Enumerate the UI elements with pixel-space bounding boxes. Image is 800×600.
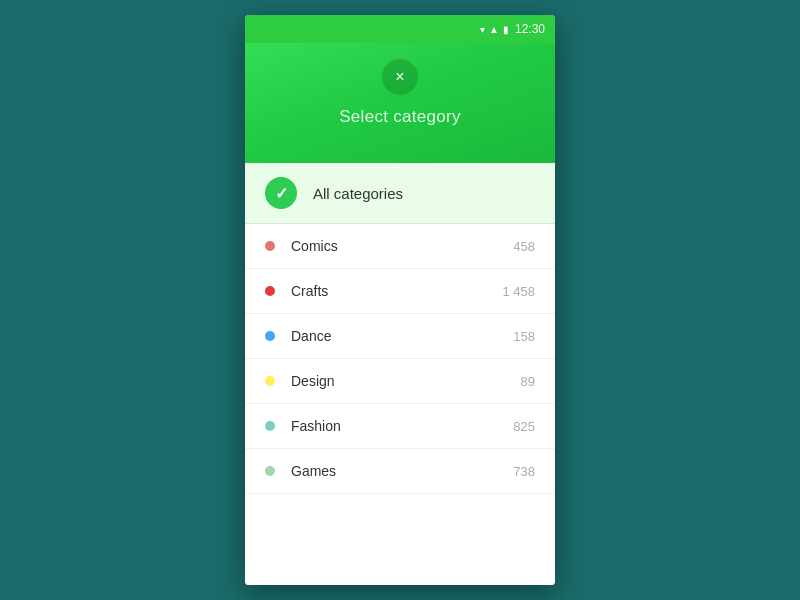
list-item[interactable]: Games738 [245,449,555,494]
list-item[interactable]: Comics458 [245,224,555,269]
category-count-label: 825 [513,419,535,434]
category-name-label: Crafts [291,283,486,299]
all-categories-label: All categories [313,185,535,202]
status-time: 12:30 [515,22,545,36]
phone-container: ▾ ▲ ▮ 12:30 × Select category All catego… [245,15,555,585]
list-item[interactable]: Design89 [245,359,555,404]
battery-icon: ▮ [503,24,509,35]
category-dot-icon [265,241,275,251]
header-area: × Select category [245,43,555,163]
category-name-label: Design [291,373,505,389]
category-list: Comics458Crafts1 458Dance158Design89Fash… [245,224,555,585]
category-dot-icon [265,421,275,431]
all-categories-row[interactable]: All categories [245,163,555,224]
status-icons: ▾ ▲ ▮ [480,24,509,35]
close-button[interactable]: × [382,59,418,95]
list-item[interactable]: Fashion825 [245,404,555,449]
category-dot-icon [265,466,275,476]
check-circle-icon [265,177,297,209]
category-count-label: 738 [513,464,535,479]
list-item[interactable]: Dance158 [245,314,555,359]
category-dot-icon [265,286,275,296]
dialog-title: Select category [339,107,461,127]
status-bar: ▾ ▲ ▮ 12:30 [245,15,555,43]
category-dot-icon [265,331,275,341]
category-count-label: 89 [521,374,535,389]
category-count-label: 158 [513,329,535,344]
close-icon: × [395,68,404,86]
category-count-label: 458 [513,239,535,254]
category-name-label: Fashion [291,418,497,434]
category-name-label: Games [291,463,497,479]
category-dot-icon [265,376,275,386]
wifi-icon: ▾ [480,24,485,35]
list-item[interactable]: Crafts1 458 [245,269,555,314]
category-count-label: 1 458 [502,284,535,299]
category-name-label: Comics [291,238,497,254]
signal-icon: ▲ [489,24,499,35]
category-name-label: Dance [291,328,497,344]
